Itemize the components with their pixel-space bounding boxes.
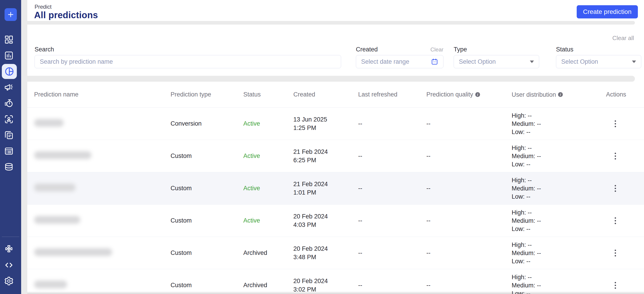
status-cell: Archived: [243, 282, 293, 289]
gear-icon[interactable]: [4, 276, 14, 286]
last-refreshed-cell: --: [358, 152, 426, 160]
calendar-icon: [431, 58, 438, 65]
prediction-quality-cell: --: [426, 282, 512, 289]
last-refreshed-cell: --: [358, 217, 426, 224]
table-row[interactable]: Custom Archived 20 Feb 2024 3:48 PM -- -…: [27, 237, 644, 269]
plus-icon[interactable]: [4, 8, 17, 21]
dashboard-grid-icon[interactable]: [4, 35, 14, 45]
prediction-name-cell-redacted: [34, 248, 170, 257]
status-select[interactable]: Select Option: [556, 55, 641, 68]
stopwatch-icon[interactable]: [4, 98, 14, 108]
column-header-last-refreshed: Last refreshed: [358, 91, 426, 98]
prediction-type-cell: Custom: [170, 249, 243, 256]
prediction-type-cell: Custom: [170, 217, 243, 224]
redacted-text-blob: [34, 184, 76, 191]
table-header-row: Prediction name Prediction type Status C…: [27, 82, 644, 108]
actions-cell: [606, 183, 642, 194]
screenshot-bottom-edge: [27, 291, 644, 294]
created-clear-link[interactable]: Clear: [424, 47, 444, 53]
status-cell: Active: [243, 120, 293, 127]
prediction-type-cell: Custom: [170, 185, 243, 192]
puzzle-icon[interactable]: [4, 244, 14, 254]
prediction-quality-cell: --: [426, 217, 512, 224]
created-filter-label: Created: [356, 46, 378, 53]
sidebar-gutter: [21, 0, 27, 294]
column-header-created: Created: [293, 90, 358, 99]
row-actions-kebab-menu[interactable]: [612, 215, 618, 226]
prediction-name-cell-redacted: [34, 119, 170, 128]
last-refreshed-cell: --: [358, 185, 426, 192]
prediction-name-cell-redacted: [34, 216, 170, 225]
user-distribution-cell: High: -- Medium: -- Low: --: [512, 208, 606, 233]
chevron-down-icon: [632, 61, 636, 63]
column-header-prediction-name: Prediction name: [34, 91, 170, 98]
predictions-table: Prediction name Prediction type Status C…: [27, 82, 644, 294]
last-refreshed-cell: --: [358, 120, 426, 127]
pie-chart-icon: [4, 66, 14, 77]
table-row[interactable]: Custom Active 21 Feb 2024 1:01 PM -- -- …: [27, 172, 644, 205]
prediction-name-cell-redacted: [34, 184, 170, 193]
column-header-actions: Actions: [606, 91, 642, 98]
table-body: Conversion Active 13 Jun 2025 1:25 PM --…: [27, 108, 644, 294]
redacted-text-blob: [34, 151, 92, 159]
bar-chart-icon[interactable]: [4, 51, 14, 61]
user-distribution-cell: High: -- Medium: -- Low: --: [512, 112, 606, 136]
row-actions-kebab-menu[interactable]: [612, 247, 618, 259]
created-cell: 21 Feb 2024 6:25 PM: [293, 148, 358, 165]
status-cell: Archived: [243, 249, 293, 256]
list-card-icon[interactable]: [4, 146, 14, 156]
actions-cell: [606, 280, 642, 291]
sidebar-item-predict-active[interactable]: [2, 64, 17, 79]
status-filter-label: Status: [556, 46, 574, 53]
page-title: All predictions: [34, 10, 98, 20]
chevron-down-icon: [530, 61, 534, 63]
last-refreshed-cell: --: [358, 282, 426, 289]
copy-icon[interactable]: [4, 130, 14, 140]
prediction-type-cell: Custom: [170, 152, 243, 160]
date-range-picker[interactable]: Select date range: [356, 55, 444, 68]
section-divider-band: [27, 21, 635, 25]
prediction-quality-cell: --: [426, 120, 512, 127]
main-content: Predict All predictions Create predictio…: [27, 0, 644, 294]
created-cell: 13 Jun 2025 1:25 PM: [293, 115, 358, 132]
created-cell: 20 Feb 2024 4:03 PM: [293, 212, 358, 229]
prediction-name-cell-redacted: [34, 151, 170, 161]
megaphone-icon[interactable]: [4, 82, 14, 92]
table-row[interactable]: Custom Archived 20 Feb 2024 3:02 PM -- -…: [27, 269, 644, 294]
info-icon[interactable]: i: [475, 92, 480, 97]
last-refreshed-cell: --: [358, 249, 426, 256]
status-cell: Active: [243, 152, 293, 160]
table-row[interactable]: Custom Active 20 Feb 2024 4:03 PM -- -- …: [27, 205, 644, 237]
prediction-quality-cell: --: [426, 185, 512, 192]
user-card-icon[interactable]: [4, 114, 14, 124]
redacted-text-blob: [34, 119, 64, 127]
redacted-text-blob: [34, 248, 112, 256]
breadcrumb: Predict: [34, 4, 52, 10]
actions-cell: [606, 118, 642, 129]
code-brackets-icon[interactable]: [4, 260, 14, 270]
prediction-type-cell: Conversion: [170, 120, 243, 127]
row-actions-kebab-menu[interactable]: [612, 118, 618, 129]
search-input[interactable]: [34, 55, 341, 68]
create-prediction-button[interactable]: Create prediction: [577, 5, 638, 19]
table-row[interactable]: Conversion Active 13 Jun 2025 1:25 PM --…: [27, 108, 644, 140]
column-header-status: Status: [243, 91, 293, 98]
section-divider-band: [27, 76, 635, 82]
database-icon[interactable]: [4, 162, 14, 172]
column-header-user-distribution: User distributioni: [512, 91, 606, 99]
predictions-page: Predict All predictions Create predictio…: [0, 0, 644, 294]
sidebar: [0, 0, 21, 294]
user-distribution-cell: High: -- Medium: -- Low: --: [512, 144, 606, 168]
table-row[interactable]: Custom Active 21 Feb 2024 6:25 PM -- -- …: [27, 140, 644, 172]
type-select[interactable]: Select Option: [454, 55, 539, 68]
row-actions-kebab-menu[interactable]: [612, 183, 618, 194]
column-header-prediction-quality: Prediction qualityi: [426, 91, 512, 98]
clear-all-filters-link[interactable]: Clear all: [612, 35, 634, 42]
row-actions-kebab-menu[interactable]: [612, 150, 618, 162]
row-actions-kebab-menu[interactable]: [612, 280, 618, 291]
prediction-quality-cell: --: [426, 152, 512, 160]
info-icon[interactable]: i: [558, 92, 563, 97]
prediction-quality-cell: --: [426, 249, 512, 256]
user-distribution-cell: High: -- Medium: -- Low: --: [512, 273, 606, 294]
status-cell: Active: [243, 217, 293, 224]
